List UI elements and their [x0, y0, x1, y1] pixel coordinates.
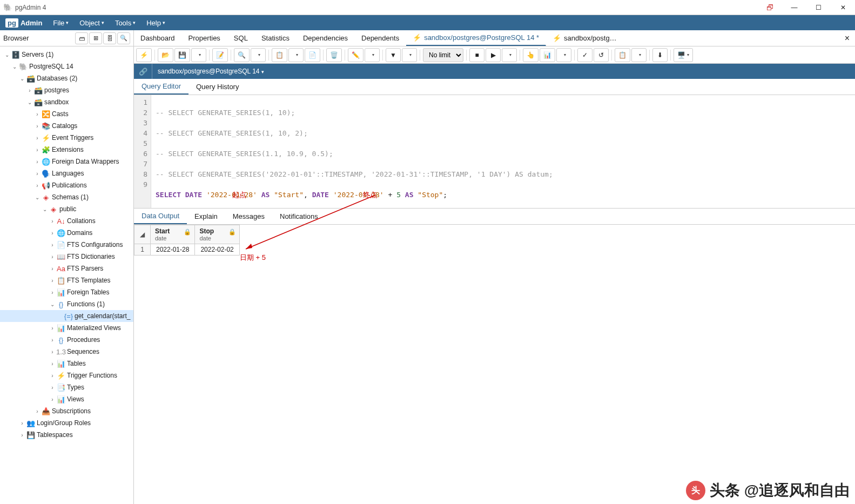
filter-button[interactable]: ▼ — [386, 48, 401, 62]
settings-button[interactable]: 🖥️ — [674, 48, 693, 62]
sql-editor[interactable]: 123456789 -- SELECT GENERATE_SERIES(1, 1… — [134, 95, 855, 209]
chevron-icon[interactable]: ⌄ — [26, 99, 33, 105]
column-header-start[interactable]: Start date 🔒 — [151, 225, 195, 244]
chevron-icon[interactable]: › — [49, 349, 56, 355]
chevron-icon[interactable]: › — [33, 123, 41, 129]
edit2-dropdown[interactable] — [365, 48, 380, 62]
chevron-icon[interactable]: › — [33, 408, 41, 414]
stop-button[interactable]: ■ — [469, 48, 484, 62]
browser-tool-1[interactable]: 🗃 — [75, 32, 88, 44]
chevron-icon[interactable]: › — [49, 230, 56, 236]
chevron-icon[interactable]: › — [49, 373, 56, 379]
restore-overlap-icon[interactable]: 🗗 — [758, 0, 782, 15]
rollback-button[interactable]: ↺ — [594, 48, 609, 62]
tab-notifications[interactable]: Notifications — [272, 209, 326, 224]
menu-object[interactable]: Object▾ — [74, 15, 110, 30]
chevron-icon[interactable]: › — [26, 88, 33, 93]
tree-item[interactable]: ›🌐Foreign Data Wrappers — [0, 156, 133, 167]
tree-item[interactable]: ›🗣️Languages — [0, 167, 133, 179]
chevron-icon[interactable]: › — [49, 254, 56, 260]
browser-tool-2[interactable]: ⊞ — [89, 32, 102, 44]
tab-statistics[interactable]: Statistics — [255, 30, 297, 46]
save-button[interactable]: 💾 — [174, 48, 190, 62]
chevron-icon[interactable]: › — [49, 218, 56, 224]
chevron-icon[interactable]: › — [49, 397, 56, 402]
tab-dependents[interactable]: Dependents — [355, 30, 406, 46]
chevron-icon[interactable]: › — [18, 420, 26, 426]
copy-button[interactable]: 📋 — [272, 48, 287, 62]
cell-start[interactable]: 2022-01-28 — [151, 244, 195, 256]
minimize-button[interactable]: — — [782, 0, 806, 15]
tree-item[interactable]: ›🗃️postgres — [0, 84, 133, 96]
result-grid[interactable]: ◢ Start date 🔒 Stop date 🔒 — [134, 225, 240, 256]
filter-dropdown[interactable] — [402, 48, 417, 62]
commit-button[interactable]: ✓ — [577, 48, 593, 62]
edit2-button[interactable]: ✏️ — [348, 48, 363, 62]
tree-item[interactable]: {=}get_calendar(start_ — [0, 310, 133, 322]
chevron-icon[interactable]: › — [49, 385, 56, 391]
tree-item[interactable]: ›{}Procedures — [0, 334, 133, 346]
connection-button[interactable]: 🔗 — [134, 64, 152, 79]
edit-button[interactable]: 📝 — [212, 48, 228, 62]
tree-item[interactable]: ›📊Tables — [0, 358, 133, 369]
tree-item[interactable]: ›📊Foreign Tables — [0, 286, 133, 298]
tree-item[interactable]: ›📢Publications — [0, 179, 133, 191]
tree-item[interactable]: ›📄FTS Configurations — [0, 239, 133, 251]
menu-tools[interactable]: Tools▾ — [110, 15, 141, 30]
maximize-button[interactable]: ☐ — [806, 0, 831, 15]
chevron-icon[interactable]: › — [49, 242, 56, 248]
chevron-icon[interactable]: › — [33, 135, 41, 141]
tree-item[interactable]: ⌄◈Schemas (1) — [0, 191, 133, 203]
tree-item[interactable]: ›A↓Collations — [0, 215, 133, 227]
chevron-icon[interactable]: › — [49, 266, 56, 272]
execute-dropdown[interactable] — [502, 48, 517, 62]
tree-item[interactable]: ⌄🗄️Servers (1) — [0, 49, 133, 61]
connection-path[interactable]: sandbox/postgres@PostgreSQL 14 ▾ — [152, 68, 270, 75]
chevron-icon[interactable]: ⌄ — [18, 76, 26, 82]
tree-item[interactable]: ›👥Login/Group Roles — [0, 417, 133, 429]
tree-item[interactable]: ›🔀Casts — [0, 108, 133, 120]
tab-query-1[interactable]: ⚡sandbox/postgres@PostgreSQL 14 * — [406, 30, 546, 46]
find-button[interactable]: 🔍 — [234, 48, 250, 62]
paste-button[interactable]: 📄 — [305, 48, 320, 62]
tree-item[interactable]: ›📊Materialized Views — [0, 322, 133, 334]
tab-close-button[interactable]: × — [839, 33, 855, 43]
tab-properties[interactable]: Properties — [182, 30, 227, 46]
tab-messages[interactable]: Messages — [225, 209, 272, 224]
chevron-icon[interactable]: ⌄ — [3, 52, 11, 58]
tab-query-history[interactable]: Query History — [188, 79, 246, 95]
close-button[interactable]: ✕ — [831, 0, 855, 15]
chevron-icon[interactable]: ⌄ — [11, 64, 18, 70]
object-tree[interactable]: ⌄🗄️Servers (1)⌄🐘PostgreSQL 14⌄🗃️Database… — [0, 46, 133, 504]
tree-item[interactable]: ›1.3Sequences — [0, 346, 133, 358]
execute-button[interactable]: ▶ — [486, 48, 501, 62]
tree-item[interactable]: ›🧩Extensions — [0, 144, 133, 156]
tree-item[interactable]: ⌄{}Functions (1) — [0, 298, 133, 310]
browser-tool-search[interactable]: 🔍 — [117, 32, 130, 44]
chevron-icon[interactable]: ⌄ — [49, 301, 56, 307]
explain-button[interactable]: 👆 — [523, 48, 538, 62]
tab-query-editor[interactable]: Query Editor — [134, 79, 188, 95]
copy-dropdown[interactable] — [288, 48, 304, 62]
tree-item[interactable]: ›📥Subscriptions — [0, 405, 133, 417]
chevron-icon[interactable]: › — [49, 278, 56, 284]
delete-button[interactable]: 🗑️ — [326, 48, 342, 62]
tree-item[interactable]: ›📚Catalogs — [0, 120, 133, 132]
tree-item[interactable]: ›⚡Trigger Functions — [0, 369, 133, 381]
chevron-icon[interactable]: › — [33, 111, 41, 117]
chevron-icon[interactable]: › — [33, 171, 41, 177]
tree-item[interactable]: ›💾Tablespaces — [0, 429, 133, 441]
explain-dropdown[interactable] — [556, 48, 571, 62]
save-dropdown[interactable] — [191, 48, 206, 62]
chevron-icon[interactable]: › — [49, 325, 56, 331]
chevron-icon[interactable]: › — [33, 183, 41, 189]
column-header-stop[interactable]: Stop date 🔒 — [195, 225, 239, 244]
folder-open-button[interactable]: 📂 — [158, 48, 173, 62]
tree-item[interactable]: ›⚡Event Triggers — [0, 132, 133, 144]
tab-explain[interactable]: Explain — [187, 209, 225, 224]
find-dropdown[interactable] — [251, 48, 266, 62]
tab-dependencies[interactable]: Dependencies — [297, 30, 355, 46]
tab-dashboard[interactable]: Dashboard — [134, 30, 182, 46]
menu-file[interactable]: File▾ — [48, 15, 74, 30]
download-button[interactable]: ⬇ — [652, 48, 668, 62]
